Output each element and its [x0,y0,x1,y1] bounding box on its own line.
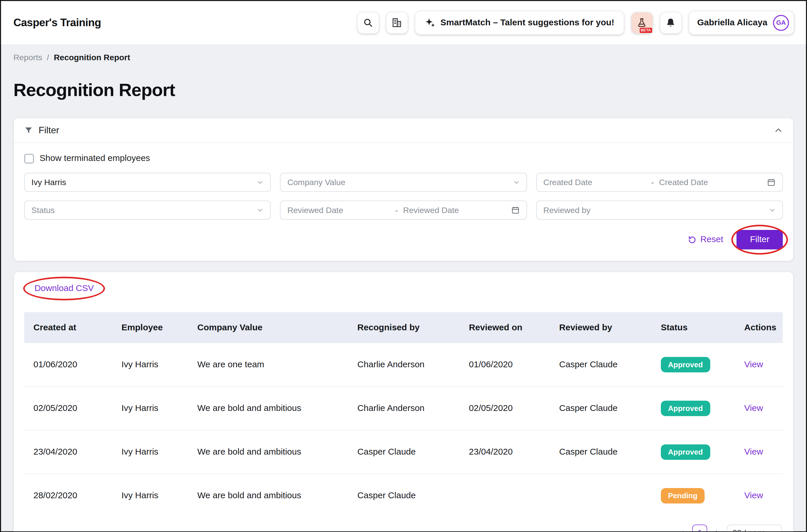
filter-panel: Filter Show terminated employees Ivy Har… [13,118,794,261]
employee-select-value: Ivy Harris [32,178,66,187]
cell-employee: Ivy Harris [112,386,188,430]
filter-panel-title: Filter [39,125,59,136]
calendar-icon [511,206,519,214]
reviewed-date-start-placeholder: Reviewed Date [288,206,395,215]
user-menu[interactable]: Gabriella Alicaya GA [689,11,794,34]
cell-reviewed-on [460,474,550,517]
status-badge: Pending [661,488,705,504]
calendar-icon [767,178,775,187]
created-date-range[interactable]: Created Date - Created Date [536,173,783,192]
breadcrumb-separator: / [47,53,49,62]
reset-label: Reset [700,234,723,245]
next-page-button[interactable] [714,530,720,532]
cell-reviewed-by: Casper Claude [550,343,652,386]
notifications-button[interactable] [660,12,681,33]
company-value-select[interactable]: Company Value [280,173,527,192]
cell-company-value: We are bold and ambitious [188,430,348,474]
table-body: 01/06/2020 Ivy Harris We are one team Ch… [24,343,783,517]
page-title: Recognition Report [1,80,806,100]
recognition-table: Created atEmployeeCompany ValueRecognise… [24,312,783,517]
building-icon [391,17,403,28]
sparkle-icon [425,17,435,28]
created-date-start-placeholder: Created Date [544,178,651,187]
table-row: 01/06/2020 Ivy Harris We are one team Ch… [24,343,783,386]
view-link[interactable]: View [745,359,763,369]
cell-reviewed-on: 23/04/2020 [460,430,550,474]
cell-recognised-by: Casper Claude [348,474,460,517]
breadcrumb-reports-link[interactable]: Reports [13,53,42,62]
cell-actions: View [735,343,783,386]
app-title: Casper's Training [13,17,101,29]
cell-reviewed-by: Casper Claude [550,386,652,430]
organization-button[interactable] [386,12,407,33]
table-row: 02/05/2020 Ivy Harris We are bold and am… [24,386,783,430]
cell-employee: Ivy Harris [112,430,188,474]
column-header: Reviewed by [550,312,652,343]
column-header: Status [652,312,735,343]
cell-created-at: 23/04/2020 [24,430,112,474]
page-size-value: 20 / page [732,528,766,532]
cell-created-at: 28/02/2020 [24,474,112,517]
download-csv-link[interactable]: Download CSV [34,283,94,293]
pagination: 1 20 / page [25,525,782,532]
column-header: Recognised by [348,312,460,343]
view-link[interactable]: View [745,403,763,413]
table-row: 23/04/2020 Ivy Harris We are bold and am… [24,430,783,474]
filter-fields: Ivy Harris Company Value Created Date - … [24,173,783,220]
filter-panel-header[interactable]: Filter [14,118,793,143]
cell-status: Pending [652,474,735,517]
cell-created-at: 02/05/2020 [24,386,112,430]
beta-badge: BETA [640,27,652,33]
reset-icon [687,235,696,244]
prev-page-button[interactable] [679,530,685,532]
column-header: Reviewed on [460,312,550,343]
top-bar-actions: SmartMatch – Talent suggestions for you!… [357,11,794,34]
checkbox-unchecked[interactable] [24,154,34,164]
status-select[interactable]: Status [24,201,271,220]
chevron-down-icon [769,207,775,213]
search-button[interactable] [357,12,379,33]
flask-icon [637,17,647,27]
chevron-up-icon[interactable] [774,126,783,135]
column-header: Created at [24,312,112,343]
chevron-down-icon [257,207,263,213]
user-name: Gabriella Alicaya [697,17,767,27]
cell-status: Approved [652,343,735,386]
breadcrumb-current: Recognition Report [54,53,130,62]
cell-employee: Ivy Harris [112,343,188,386]
breadcrumb: Reports / Recognition Report [1,44,806,62]
cell-recognised-by: Charlie Anderson [348,386,460,430]
chevron-down-icon [771,530,776,532]
page-size-select[interactable]: 20 / page [727,525,782,532]
reviewed-by-select[interactable]: Reviewed by [536,201,783,220]
labs-beta-button[interactable]: BETA [631,12,653,33]
status-badge: Approved [661,444,710,460]
column-header: Actions [735,312,783,343]
top-bar: Casper's Training SmartMatch – Talent su… [1,1,806,44]
reviewed-date-range[interactable]: Reviewed Date - Reviewed Date [280,201,527,220]
table-header-row: Created atEmployeeCompany ValueRecognise… [24,312,783,343]
company-value-placeholder: Company Value [288,178,345,187]
table-row: 28/02/2020 Ivy Harris We are bold and am… [24,474,783,517]
reviewed-date-end-placeholder: Reviewed Date [403,206,511,215]
employee-select[interactable]: Ivy Harris [24,173,271,192]
view-link[interactable]: View [745,491,763,500]
show-terminated-toggle[interactable]: Show terminated employees [24,153,783,164]
created-date-end-placeholder: Created Date [659,178,767,187]
cell-actions: View [735,474,783,517]
bell-icon [665,17,676,27]
reviewed-by-placeholder: Reviewed by [544,206,591,215]
status-placeholder: Status [32,206,55,215]
current-page[interactable]: 1 [693,525,708,532]
smartmatch-button[interactable]: SmartMatch – Talent suggestions for you! [415,11,624,34]
cell-company-value: We are one team [188,343,348,386]
filter-button[interactable]: Filter [736,230,783,249]
reset-button[interactable]: Reset [687,234,723,245]
cell-recognised-by: Charlie Anderson [348,343,460,386]
avatar: GA [773,15,789,31]
cell-company-value: We are bold and ambitious [188,474,348,517]
cell-status: Approved [652,386,735,430]
view-link[interactable]: View [745,447,763,457]
cell-recognised-by: Casper Claude [348,430,460,474]
column-header: Employee [112,312,188,343]
